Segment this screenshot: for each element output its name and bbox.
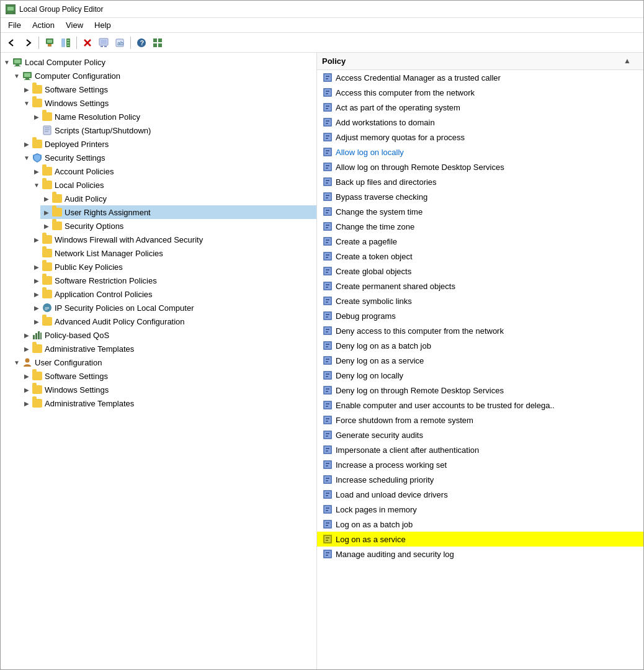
policy-row[interactable]: Change the system time [317, 204, 643, 219]
policy-row[interactable]: Create symbolic links [317, 293, 643, 308]
policy-row[interactable]: Create permanent shared objects [317, 279, 643, 293]
tree-row-netlist[interactable]: Network List Manager Policies [30, 246, 316, 260]
tree-row-windows-settings-uc[interactable]: ▶ Windows Settings [20, 383, 316, 396]
tree-label-security-settings: Security Settings [45, 153, 105, 163]
tree-toggle-local-policies[interactable]: ▼ [32, 180, 42, 190]
tree-row-user-config[interactable]: ▼ User Configuration [11, 355, 316, 369]
tree-row-qos[interactable]: ▶ Policy-b [20, 328, 316, 342]
tree-toggle-softrestrict[interactable]: ▶ [32, 275, 42, 285]
tree-row-admin-templates-cc[interactable]: ▶ Administrative Templates [20, 342, 316, 355]
tree-row-computer-config[interactable]: ▼ Computer Configuration [11, 69, 316, 83]
up-button[interactable] [42, 35, 57, 50]
show-hide-tree-button[interactable] [58, 35, 73, 50]
policy-row[interactable]: Bypass traverse checking [317, 189, 643, 204]
tree-toggle-qos[interactable]: ▶ [22, 330, 32, 340]
policy-row[interactable]: Load and unload device drivers [317, 487, 643, 502]
tree-row-firewall[interactable]: ▶ Windows Firewall with Advanced Securit… [30, 233, 316, 246]
tree-row-admin-templates-uc[interactable]: ▶ Administrative Templates [20, 396, 316, 410]
back-button[interactable] [4, 35, 19, 50]
tree-row-adv-audit[interactable]: ▶ Advanced Audit Policy Configuration [30, 315, 316, 328]
policy-row[interactable]: Create global objects [317, 264, 643, 279]
policy-row[interactable]: Adjust memory quotas for a process [317, 130, 643, 145]
tree-toggle-computer-config[interactable]: ▼ [12, 71, 22, 81]
policy-row[interactable]: Generate security audits [317, 427, 643, 442]
menu-action[interactable]: Action [27, 19, 60, 31]
tree-row-deployed-printers[interactable]: ▶ Deployed Printers [20, 137, 316, 151]
tree-row-root[interactable]: ▼ Local Computer Policy [1, 55, 316, 69]
properties-button[interactable] [96, 35, 111, 50]
tree-toggle-windows-settings-uc[interactable]: ▶ [22, 385, 32, 395]
policy-row[interactable]: Impersonate a client after authenticatio… [317, 442, 643, 457]
menu-view[interactable]: View [61, 19, 88, 31]
tree-row-scripts[interactable]: Scripts (Startup/Shutdown) [30, 123, 316, 137]
tree-toggle-user-rights[interactable]: ▶ [42, 207, 51, 217]
policy-row[interactable]: Lock pages in memory [317, 502, 643, 517]
policy-row[interactable]: Act as part of the operating system [317, 100, 643, 115]
tree-row-name-res[interactable]: ▶ Name Resolution Policy [30, 110, 316, 123]
tree-toggle-software-settings-uc[interactable]: ▶ [22, 371, 32, 381]
policy-row[interactable]: Force shutdown from a remote system [317, 413, 643, 427]
policy-row[interactable]: Create a pagefile [317, 234, 643, 249]
tree-toggle-root[interactable]: ▼ [2, 57, 12, 67]
policy-row[interactable]: Deny log on locally [317, 368, 643, 383]
tree-toggle-admin-templates-uc[interactable]: ▶ [22, 398, 32, 408]
tree-toggle-windows-settings-cc[interactable]: ▼ [22, 98, 32, 108]
tree-node-computer-config: ▼ Computer Configuration [11, 69, 316, 355]
tree-row-software-settings-cc[interactable]: ▶ Software Settings [20, 83, 316, 96]
policy-row[interactable]: Deny access to this computer from the ne… [317, 323, 643, 338]
policy-row[interactable]: Debug programs [317, 308, 643, 323]
tree-row-account-policies[interactable]: ▶ Account Policies [30, 164, 316, 178]
view-button[interactable] [150, 35, 165, 50]
tree-row-audit-policy[interactable]: ▶ Audit Policy [40, 192, 316, 205]
tree-row-local-policies[interactable]: ▼ Local Policies [30, 178, 316, 192]
tree-row-softrestrict[interactable]: ▶ Software Restriction Policies [30, 274, 316, 287]
policy-row[interactable]: Add workstations to domain [317, 115, 643, 130]
tree-toggle-deployed-printers[interactable]: ▶ [22, 139, 32, 149]
policy-row[interactable]: Access this computer from the network [317, 85, 643, 100]
tree-toggle-appcontrol[interactable]: ▶ [32, 289, 42, 299]
tree-toggle-software-settings-cc[interactable]: ▶ [22, 84, 32, 94]
policy-row[interactable]: Increase a process working set [317, 457, 643, 472]
tree-row-ipsec[interactable]: ▶ IP IP Security Policies on [30, 301, 316, 315]
left-pane[interactable]: ▼ Local Computer Policy [1, 53, 317, 669]
policy-row[interactable]: Manage auditing and security log [317, 547, 643, 561]
policy-row[interactable]: Change the time zone [317, 219, 643, 234]
delete-button[interactable] [80, 35, 95, 50]
policy-row[interactable]: Create a token object [317, 249, 643, 264]
policy-row[interactable]: Back up files and directories [317, 174, 643, 189]
tree-toggle-account-policies[interactable]: ▶ [32, 166, 42, 176]
policy-row[interactable]: Enable computer and user accounts to be … [317, 398, 643, 413]
policy-row[interactable]: Deny log on through Remote Desktop Servi… [317, 383, 643, 398]
policy-row[interactable]: Access Credential Manager as a trusted c… [317, 70, 643, 85]
tree-toggle-user-config[interactable]: ▼ [12, 357, 22, 367]
tree-toggle-name-res[interactable]: ▶ [32, 112, 42, 122]
tree-row-security-options[interactable]: ▶ Security Options [40, 219, 316, 233]
policy-row[interactable]: Log on as a batch job [317, 517, 643, 532]
tree-row-pubkey[interactable]: ▶ Public Key Policies [30, 260, 316, 274]
tree-toggle-pubkey[interactable]: ▶ [32, 262, 42, 272]
tree-toggle-adv-audit[interactable]: ▶ [32, 316, 42, 326]
svg-rect-27 [14, 60, 20, 63]
tree-row-appcontrol[interactable]: ▶ Application Control Policies [30, 287, 316, 301]
tree-toggle-audit-policy[interactable]: ▶ [42, 194, 51, 203]
rename-button[interactable]: ab [112, 35, 127, 50]
policy-row[interactable]: Increase scheduling priority [317, 472, 643, 487]
menu-help[interactable]: Help [89, 19, 116, 31]
tree-toggle-security-settings[interactable]: ▼ [22, 153, 32, 163]
policy-row[interactable]: Allow log on through Remote Desktop Serv… [317, 159, 643, 174]
tree-row-security-settings[interactable]: ▼ Security Settings [20, 151, 316, 164]
tree-toggle-admin-templates-cc[interactable]: ▶ [22, 344, 32, 354]
tree-row-software-settings-uc[interactable]: ▶ Software Settings [20, 369, 316, 383]
help-button[interactable]: ? [134, 35, 149, 50]
policy-row[interactable]: Deny log on as a batch job [317, 338, 643, 353]
tree-toggle-firewall[interactable]: ▶ [32, 234, 42, 244]
menu-file[interactable]: File [3, 19, 26, 31]
policy-row[interactable]: Deny log on as a service [317, 353, 643, 368]
tree-row-windows-settings-cc[interactable]: ▼ Windows Settings [20, 96, 316, 110]
policy-row[interactable]: Allow log on locally [317, 145, 643, 159]
tree-toggle-security-options[interactable]: ▶ [42, 221, 51, 231]
tree-row-user-rights[interactable]: ▶ User Rights Assignment [40, 205, 316, 219]
tree-toggle-ipsec[interactable]: ▶ [32, 303, 42, 313]
forward-button[interactable] [20, 35, 35, 50]
policy-row[interactable]: Log on as a service [317, 532, 643, 547]
